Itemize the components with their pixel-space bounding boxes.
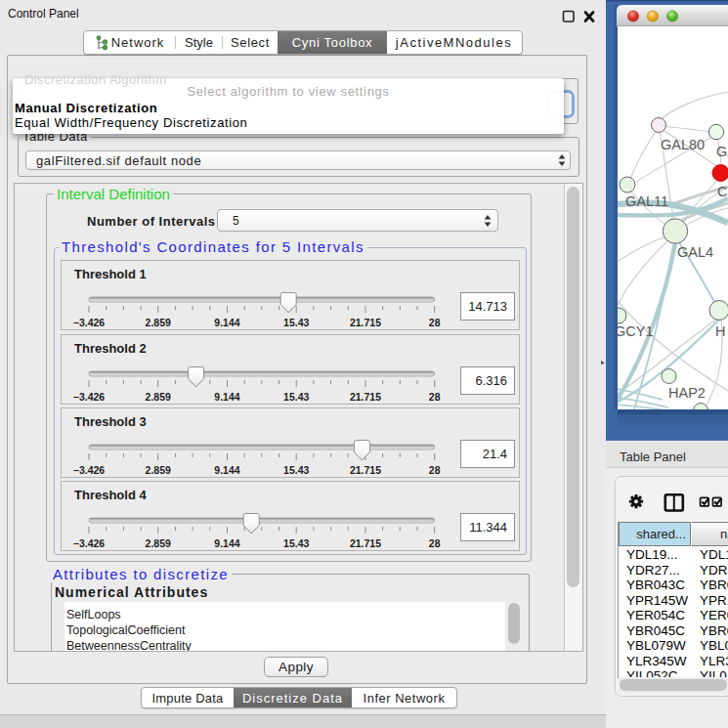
svg-text:−3.426: −3.426	[73, 391, 106, 403]
svg-text:H: H	[715, 323, 725, 339]
svg-text:21.715: 21.715	[350, 537, 381, 549]
svg-text:GAL11: GAL11	[625, 193, 668, 209]
svg-text:28: 28	[429, 464, 441, 476]
svg-text:15.43: 15.43	[283, 537, 309, 549]
svg-text:−3.426: −3.426	[73, 537, 106, 549]
svg-text:21.715: 21.715	[350, 464, 381, 476]
svg-text:−3.426: −3.426	[73, 317, 106, 328]
svg-text:2.859: 2.859	[146, 391, 171, 403]
svg-text:28: 28	[429, 537, 441, 549]
svg-text:2.859: 2.859	[146, 537, 171, 549]
svg-text:GA: GA	[716, 144, 728, 159]
svg-text:9.144: 9.144	[214, 537, 239, 549]
svg-text:15.43: 15.43	[283, 317, 309, 328]
svg-text:GAL80: GAL80	[661, 137, 705, 152]
svg-text:2.859: 2.859	[146, 464, 171, 476]
svg-text:28: 28	[429, 391, 441, 403]
svg-text:GCY1: GCY1	[615, 323, 654, 339]
svg-text:21.715: 21.715	[350, 391, 381, 403]
svg-text:2.859: 2.859	[146, 317, 171, 328]
svg-text:28: 28	[429, 317, 441, 328]
svg-text:15.43: 15.43	[283, 464, 309, 476]
svg-text:9.144: 9.144	[214, 391, 239, 403]
svg-text:−3.426: −3.426	[73, 464, 106, 476]
svg-text:GAL4: GAL4	[677, 244, 713, 260]
svg-text:21.715: 21.715	[350, 317, 381, 328]
svg-text:9.144: 9.144	[214, 464, 239, 476]
svg-text:HAP2: HAP2	[668, 385, 706, 401]
svg-text:C: C	[717, 184, 727, 199]
svg-text:15.43: 15.43	[283, 391, 309, 403]
svg-text:9.144: 9.144	[214, 317, 239, 328]
